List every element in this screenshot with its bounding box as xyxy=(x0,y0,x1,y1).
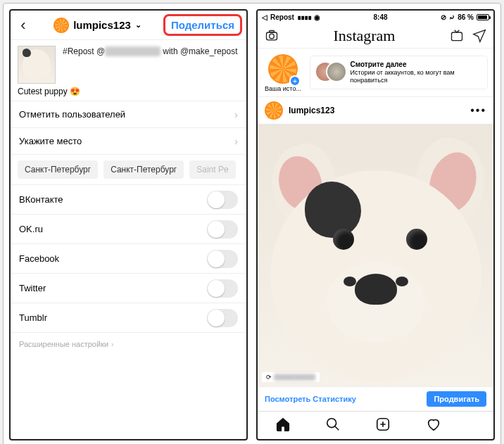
svg-rect-3 xyxy=(452,32,462,41)
location-chip[interactable]: Санкт-Петербург xyxy=(18,160,98,179)
chevron-right-icon: › xyxy=(234,109,238,120)
share-target-row-vk: ВКонтакте xyxy=(11,184,246,214)
location-chip[interactable]: Saint Pe xyxy=(189,160,235,179)
toggle-switch[interactable] xyxy=(207,279,238,298)
caption-line2: Cutest puppy 😍 xyxy=(11,87,246,101)
chevron-down-icon: ⌄ xyxy=(135,20,141,30)
signal-icon: ∎∎∎∎ xyxy=(297,13,311,21)
tab-activity-icon[interactable] xyxy=(426,417,441,435)
status-time: 8:48 xyxy=(374,13,388,21)
tab-home-icon[interactable] xyxy=(275,417,291,435)
post-options-icon[interactable]: ••• xyxy=(470,104,486,117)
chevron-right-icon: › xyxy=(111,341,113,348)
suggested-avatars xyxy=(315,61,346,84)
share-target-row-twitter: Twitter xyxy=(11,273,246,303)
ios-status-bar: ◁ Repost ∎∎∎∎ ◉ 8:48 ⊘ ⤾ 86 % xyxy=(258,11,493,23)
share-target-row-ok: OK.ru xyxy=(11,214,246,243)
avatar-orange-icon xyxy=(53,18,69,33)
watch-next-text: Смотрите далее Истории от аккаунтов, ко … xyxy=(350,61,483,84)
wifi-icon: ◉ xyxy=(314,13,320,21)
post-username: lumpics123 xyxy=(289,106,334,115)
repost-badge-user: xxxxxx_xxxxxx xyxy=(274,374,315,381)
share-target-label: Facebook xyxy=(19,253,59,264)
igtv-icon[interactable] xyxy=(450,29,464,43)
tab-new-post-icon[interactable] xyxy=(375,417,391,435)
post-user[interactable]: lumpics123 xyxy=(265,101,334,120)
back-to-app-icon[interactable]: ◁ xyxy=(262,13,267,21)
plus-badge-icon: + xyxy=(289,75,301,87)
alarm-icon: ⊘ xyxy=(441,13,446,21)
location-chip[interactable]: Санкт-Петербург xyxy=(103,160,184,179)
share-target-label: OK.ru xyxy=(19,224,43,234)
toggle-switch[interactable] xyxy=(207,309,238,327)
toggle-switch[interactable] xyxy=(207,191,238,209)
post-insights-bar: Посмотреть Статистику Продвигать xyxy=(258,386,493,411)
advanced-settings-link[interactable]: Расширенные настройки› xyxy=(11,332,246,355)
back-to-app-label[interactable]: Repost xyxy=(270,13,294,21)
username-label: lumpics123 xyxy=(73,19,131,31)
bottom-tab-bar xyxy=(258,411,493,439)
location-suggestions: Санкт-Петербург Санкт-Петербург Saint Pe xyxy=(11,154,246,184)
chevron-right-icon: › xyxy=(234,136,238,147)
caption-text[interactable]: #Repost @xxxxxx_xxxxxx with @make_repost xyxy=(63,46,239,84)
tag-users-row[interactable]: Отметить пользователей › xyxy=(11,101,246,127)
toggle-switch[interactable] xyxy=(207,220,238,239)
share-target-row-facebook: Facebook xyxy=(11,243,246,273)
repost-icon: ⟳ xyxy=(266,374,272,381)
svg-rect-2 xyxy=(270,30,275,32)
direct-message-icon[interactable] xyxy=(472,29,486,43)
account-selector[interactable]: lumpics123 ⌄ xyxy=(53,18,141,33)
share-target-row-tumblr: Tumblr xyxy=(11,303,246,332)
instagram-header: Instagram xyxy=(258,23,493,49)
view-stats-link[interactable]: Посмотреть Статистику xyxy=(265,395,356,403)
instagram-logo: Instagram xyxy=(334,27,396,45)
share-target-label: Tumblr xyxy=(19,312,47,323)
share-header: ‹ lumpics123 ⌄ Поделиться xyxy=(11,11,246,40)
rotation-lock-icon: ⤾ xyxy=(449,13,455,21)
avatar xyxy=(326,61,347,82)
caption-suffix: with @make_repost xyxy=(160,46,238,56)
tab-search-icon[interactable] xyxy=(325,417,341,435)
svg-point-1 xyxy=(270,34,275,39)
promote-button[interactable]: Продвигать xyxy=(427,391,486,407)
post-image[interactable]: ⟳ xxxxxx_xxxxxx xyxy=(258,124,493,386)
post-header: lumpics123 ••• xyxy=(258,97,493,124)
caption-prefix: #Repost @ xyxy=(63,46,105,56)
svg-point-4 xyxy=(327,418,336,427)
left-phone-share-screen: ‹ lumpics123 ⌄ Поделиться #Repost @xxxxx… xyxy=(9,9,248,440)
back-chevron-icon[interactable]: ‹ xyxy=(15,16,32,34)
caption-row: #Repost @xxxxxx_xxxxxx with @make_repost xyxy=(11,40,246,87)
tag-users-label: Отметить пользователей xyxy=(19,109,125,120)
stories-strip: + Ваша исто... Смотрите далее Истории от… xyxy=(258,49,493,97)
repost-badge: ⟳ xxxxxx_xxxxxx xyxy=(262,372,320,382)
share-button[interactable]: Поделиться xyxy=(163,14,242,36)
battery-icon xyxy=(477,14,489,20)
right-phone-feed-screen: ◁ Repost ∎∎∎∎ ◉ 8:48 ⊘ ⤾ 86 % Instagram xyxy=(256,9,495,440)
your-story[interactable]: + Ваша исто... xyxy=(263,53,303,92)
post-thumbnail[interactable] xyxy=(18,46,56,84)
watch-next-card[interactable]: Смотрите далее Истории от аккаунтов, ко … xyxy=(310,56,488,89)
share-target-label: Twitter xyxy=(19,283,46,293)
share-target-label: ВКонтакте xyxy=(19,194,63,205)
toggle-switch[interactable] xyxy=(207,250,238,268)
caption-blurred-handle: xxxxxx_xxxxxx xyxy=(105,46,160,56)
battery-pct: 86 % xyxy=(458,13,474,21)
add-location-row[interactable]: Укажите место › xyxy=(11,127,246,154)
add-location-label: Укажите место xyxy=(19,136,82,146)
camera-icon[interactable] xyxy=(265,29,279,43)
avatar-orange-icon xyxy=(265,101,283,120)
puppy-illustration xyxy=(258,124,493,386)
